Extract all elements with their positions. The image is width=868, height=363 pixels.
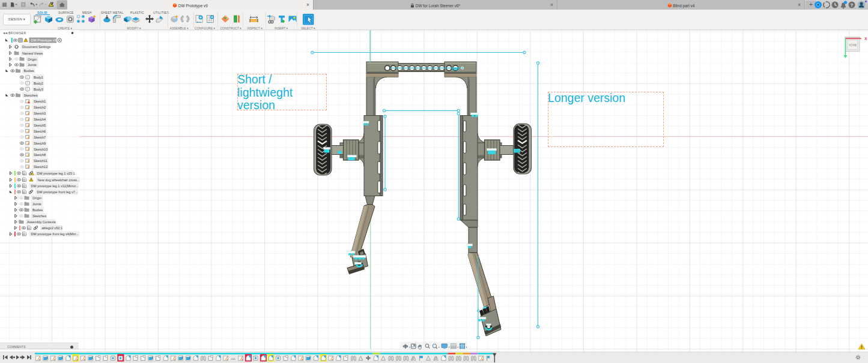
svg-text:Sketch10: Sketch10 (34, 148, 47, 151)
svg-text:◂◂: ◂◂ (3, 31, 8, 35)
svg-text:Body3: Body3 (34, 88, 43, 91)
svg-text:Sketch6: Sketch6 (34, 130, 46, 133)
svg-text:Sketches: Sketches (32, 214, 46, 218)
svg-text:Sketch12: Sketch12 (34, 165, 47, 169)
svg-text:Sketch4: Sketch4 (34, 118, 46, 121)
svg-text:Sketch8: Sketch8 (34, 153, 46, 157)
svg-text:DW Prototype v9: DW Prototype v9 (31, 38, 56, 42)
svg-text:Sketches: Sketches (24, 94, 38, 97)
svg-text:Sketch3: Sketch3 (34, 112, 46, 115)
svg-text:DW prototype front leg v4(Mirr: DW prototype front leg v4(Mirr... (31, 232, 79, 236)
svg-text:Assembly Contexts: Assembly Contexts (27, 220, 56, 224)
svg-text:Sketch1: Sketch1 (34, 100, 46, 103)
svg-text:Origin: Origin (28, 58, 37, 61)
svg-text:BROWSER: BROWSER (8, 31, 26, 35)
svg-text:!: ! (861, 345, 862, 349)
svg-text:New dog wheelchair cross...: New dog wheelchair cross... (38, 178, 80, 182)
svg-text:Bodies: Bodies (24, 69, 34, 73)
svg-text:DW prototype front leg v7...: DW prototype front leg v7... (37, 190, 79, 194)
svg-text:DW prototype leg 1 v23:1: DW prototype leg 1 v23:1 (37, 172, 75, 175)
svg-text:Sketch11: Sketch11 (34, 159, 47, 163)
svg-text:?: ? (851, 2, 854, 8)
svg-text:Sketch5: Sketch5 (34, 124, 46, 127)
svg-text:Document Settings: Document Settings (22, 45, 50, 49)
svg-text:Bodies: Bodies (32, 208, 43, 212)
svg-text:Origin: Origin (32, 196, 41, 200)
svg-text:Body1: Body1 (34, 76, 43, 79)
svg-text:Sketch7: Sketch7 (34, 136, 46, 139)
svg-text:Sketch2: Sketch2 (34, 106, 46, 109)
svg-text:Joints: Joints (28, 63, 37, 67)
svg-text:Joints: Joints (32, 202, 41, 206)
svg-text:altlegv2 v52:1: altlegv2 v52:1 (42, 226, 63, 230)
svg-text:DW prototype leg 1 v11(Mirror.: DW prototype leg 1 v11(Mirror... (31, 184, 79, 188)
svg-text:X: X (864, 37, 867, 41)
svg-text:Named Views: Named Views (22, 52, 43, 55)
svg-text:BACK: BACK (848, 43, 856, 46)
svg-text:Sketch9: Sketch9 (34, 142, 46, 145)
svg-text:Body2: Body2 (34, 82, 43, 85)
